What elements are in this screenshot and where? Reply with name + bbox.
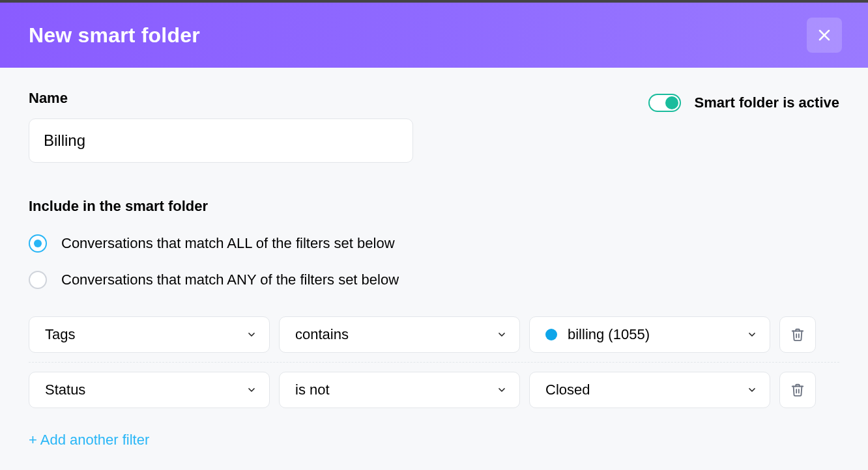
filter-field-select-1-value: Status	[45, 381, 85, 398]
filter-operator-select-0-value: contains	[295, 326, 349, 343]
name-input[interactable]	[29, 118, 413, 163]
chevron-down-icon	[496, 384, 508, 396]
chevron-down-icon	[746, 384, 758, 396]
modal-title: New smart folder	[29, 23, 200, 48]
filter-operator-select-0[interactable]: contains	[279, 316, 520, 353]
add-filter-button[interactable]: + Add another filter	[29, 432, 149, 449]
name-label: Name	[29, 90, 413, 107]
filter-operator-select-1-value: is not	[295, 381, 330, 398]
trash-icon	[790, 327, 805, 342]
filter-value-select-1[interactable]: Closed	[529, 372, 770, 408]
modal-body: Name Smart folder is active Include in t…	[0, 68, 868, 470]
match-mode-radio-0[interactable]: Conversations that match ALL of the filt…	[29, 234, 839, 253]
tag-color-dot	[545, 329, 557, 340]
radio-indicator	[29, 234, 47, 253]
radio-label: Conversations that match ALL of the filt…	[61, 235, 395, 252]
delete-filter-button-0[interactable]	[779, 316, 816, 353]
radio-indicator	[29, 271, 47, 289]
filter-field-select-0-value: Tags	[45, 326, 75, 343]
active-toggle-label: Smart folder is active	[694, 94, 839, 111]
match-mode-radio-1[interactable]: Conversations that match ANY of the filt…	[29, 271, 839, 289]
active-toggle[interactable]	[648, 94, 681, 112]
chevron-down-icon	[496, 329, 508, 340]
include-section-label: Include in the smart folder	[29, 198, 839, 215]
chevron-down-icon	[246, 329, 257, 340]
radio-label: Conversations that match ANY of the filt…	[61, 271, 399, 288]
chevron-down-icon	[746, 329, 758, 340]
filters-list: Tagscontainsbilling (1055)Statusis notCl…	[29, 307, 839, 417]
close-button[interactable]	[807, 18, 842, 53]
radio-dot	[34, 240, 42, 247]
modal-header: New smart folder	[0, 3, 868, 68]
filter-value-select-1-value: Closed	[545, 381, 590, 398]
filter-row: Statusis notClosed	[29, 362, 839, 417]
filter-value-select-0-value: billing (1055)	[545, 326, 650, 343]
chevron-down-icon	[246, 384, 257, 396]
close-icon	[817, 27, 832, 43]
toggle-knob	[665, 96, 678, 109]
filter-field-select-0[interactable]: Tags	[29, 316, 270, 353]
filter-row: Tagscontainsbilling (1055)	[29, 307, 839, 362]
trash-icon	[790, 383, 805, 397]
delete-filter-button-1[interactable]	[779, 372, 816, 408]
filter-field-select-1[interactable]: Status	[29, 372, 270, 408]
filter-operator-select-1[interactable]: is not	[279, 372, 520, 408]
filter-value-select-0[interactable]: billing (1055)	[529, 316, 770, 353]
